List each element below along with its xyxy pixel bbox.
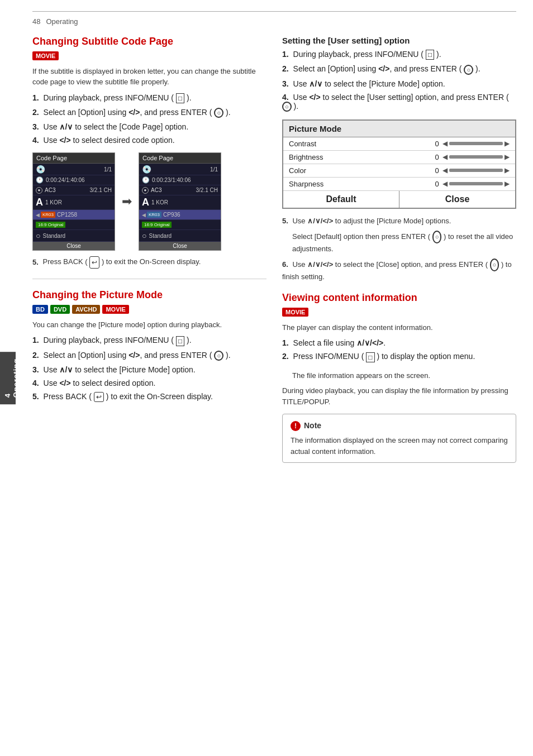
pm-bar-sharpness [449,182,503,185]
pm-step5: 5. Press BACK ( ↩ ) to exit the On-Scree… [32,392,266,402]
enter-icon6: ○ [490,259,499,271]
vc-step2-indent: The file information appears on the scre… [292,370,516,381]
pm-slider-contrast: ◀ ▶ [442,140,510,147]
us-step1: 1. During playback, press INFO/MENU ( □ … [282,50,516,60]
note-box: ! Note The information displayed on the … [282,414,516,463]
pm-step3: 3. Use ∧/∨ to select the [Picture Mode] … [32,365,266,374]
pm-row-sharpness: Sharpness 0 ◀ ▶ [283,178,515,191]
pm-val-brightness: 0 [431,153,442,161]
subtitle-steps: 1. During playback, press INFO/MENU ( □ … [32,93,266,145]
enter-icon2: ○ [214,351,223,361]
panel1-row-disc: 💿 1/1 [33,164,115,175]
pm-bar-contrast [449,142,503,145]
user-setting-title: Setting the [User setting] option [282,36,516,45]
pm-default-button[interactable]: Default [283,191,399,208]
panels-arrow: ➡ [122,194,132,209]
pm-label-color: Color [289,166,431,175]
pm-step2: 2. Select an [Option] using </>, and pre… [32,351,266,361]
panel2-row-disc: 💿 1/1 [139,164,221,175]
top-rule: 48 Operating [32,11,516,26]
pm-step1: 1. During playback, press INFO/MENU ( □ … [32,336,266,346]
subtitle-code-page-section: Changing Subtitle Code Page MOVIE If the… [32,36,266,269]
panel1-row-letter: A 1 KOR [33,195,115,210]
pm-val-sharpness: 0 [431,180,442,188]
viewing-content-intro: The player can display the content infor… [282,322,516,333]
subtitle-step2: 2. Select an [Option] using </>, and pre… [32,108,266,118]
pm-row-brightness: Brightness 0 ◀ ▶ [283,151,515,164]
picture-mode-intro: You can change the [Picture mode] option… [32,319,266,331]
panel2-row-clock: 🕐 0:00:23/1:40:06 [139,175,221,185]
left-section-divider [32,279,266,279]
pm-row-color: Color 0 ◀ ▶ [283,164,515,178]
badge-avchd: AVCHD [72,305,100,314]
code-page-panel-2: Code Page 💿 1/1 🕐 0:00:23/1:40:06 ● [139,152,221,251]
panel2-row-std: ○ Standard [139,230,221,242]
left-column: Changing Subtitle Code Page MOVIE If the… [32,36,266,463]
pm-step4: 4. Use </> to select desired option. [32,379,266,387]
subtitle-badges: MOVIE [32,51,266,60]
page-number: 48 [32,17,40,26]
right-column: Setting the [User setting] option 1. Dur… [282,36,516,463]
vc-step2: 2. Press INFO/MENU ( □ ) to display the … [282,352,516,362]
panel1-row-std: ○ Standard [33,230,115,242]
badge-bd: BD [32,305,48,314]
code-page-panels: Code Page 💿 1/1 🕐 0:00:24/1:40:06 ● [32,152,266,251]
pm-slider-color: ◀ ▶ [442,166,510,174]
pm-row-contrast: Contrast 0 ◀ ▶ [283,137,515,151]
us-step5-indent: Select [Default] option then press ENTER… [292,231,516,254]
picture-mode-header: Picture Mode [283,121,515,137]
pm-close-button[interactable]: Close [399,191,515,208]
pm-label-sharpness: Sharpness [289,180,431,188]
us-step2: 2. Select an [Option] using </>, and pre… [282,64,516,74]
us-step6: 6. Use ∧/∨/</> to select the [Close] opt… [282,259,516,282]
note-icon: ! [291,421,301,431]
panel2-row-audio: ● AC3 3/2.1 CH [139,185,221,195]
panel1-row-code: ◀ KR03 CP1258 [33,210,115,220]
enter-icon-inline: ○ [214,108,223,118]
back-icon: ↩ [89,256,99,269]
badge-dvd: DVD [50,305,70,314]
subtitle-step3: 3. Use ∧/∨ to select the [Code Page] opt… [32,122,266,131]
pm-val-color: 0 [431,166,442,175]
page-section: Operating [46,17,78,26]
us-step3: 3. Use ∧/∨ to select the [Picture Mode] … [282,79,516,88]
us-step5: 5. Use ∧/∨/</> to adjust the [Picture Mo… [282,216,516,227]
picture-mode-section: Changing the Picture Mode BD DVD AVCHD M… [32,289,266,402]
back-icon2: ↩ [94,392,104,402]
badge-movie2: MOVIE [102,305,129,314]
panel1-row-clock: 🕐 0:00:24/1:40:06 [33,175,115,185]
menu-icon3: □ [426,50,434,60]
panel1-close[interactable]: Close [33,242,115,250]
pm-label-brightness: Brightness [289,153,431,161]
panel2-row-code: ◀ KR03 CP936 [139,210,221,220]
note-text: The information displayed on the screen … [291,435,508,457]
badge-movie3: MOVIE [282,308,308,317]
menu-icon-inline: □ [176,93,184,103]
panel1-row-ratio: 16:9 Original [33,220,115,230]
note-header: ! Note [291,420,508,432]
pm-slider-brightness: ◀ ▶ [442,153,510,161]
vc-step1: 1. Select a file using ∧/∨/</>. [282,338,516,347]
viewing-content-section: Viewing content information MOVIE The pl… [282,292,516,463]
panel1-title: Code Page [33,153,115,164]
enter-icon3: ○ [464,65,473,75]
subtitle-code-page-title: Changing Subtitle Code Page [32,36,266,48]
user-setting-section: Setting the [User setting] option 1. Dur… [282,36,516,282]
enter-icon4: ○ [282,102,292,112]
picture-mode-steps: 1. During playback, press INFO/MENU ( □ … [32,336,266,402]
panel2-close[interactable]: Close [139,242,221,250]
side-tab: 4 Operating [0,352,16,404]
circle-icon1: ● [36,187,42,194]
circle-icon2: ● [142,187,149,194]
enter-icon5: ○ [432,231,442,243]
pm-val-contrast: 0 [431,140,442,148]
panel2-row-ratio: 16:9 Original [139,220,221,230]
note-label: Note [304,420,321,432]
picture-mode-table: Picture Mode Contrast 0 ◀ ▶ Brightness [282,119,516,209]
viewing-content-badges: MOVIE [282,308,516,317]
badge-movie: MOVIE [32,51,59,60]
subtitle-step5: 5. Press BACK ( ↩ ) to exit the On-Scree… [32,256,266,269]
code-page-panel-1: Code Page 💿 1/1 🕐 0:00:24/1:40:06 ● [32,152,115,251]
pm-label-contrast: Contrast [289,140,431,148]
us-step4: 4. Use </> to select the [User setting] … [282,93,516,112]
